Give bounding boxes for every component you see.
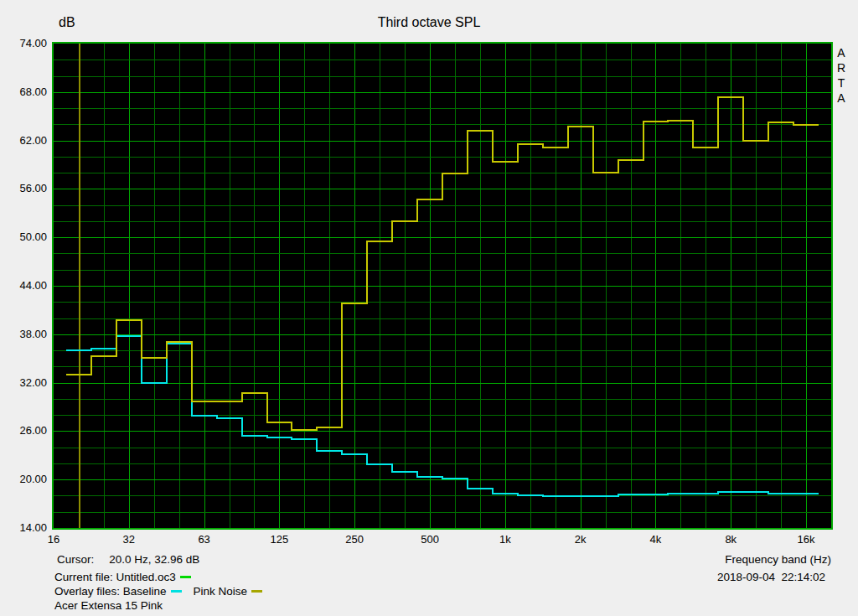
arta-window: dB Third octave SPL A R T A 74.0068.0062… (0, 0, 858, 616)
arta-brand-label: A R T A (833, 45, 850, 106)
x-axis-title: Frequency band (Hz) (580, 553, 831, 566)
y-tick-label: 62.00 (0, 134, 47, 148)
overlay-pinknoise-label: Pink Noise (194, 585, 248, 598)
pink-noise-legend-swatch (251, 590, 262, 593)
x-tick-label: 2k (564, 533, 597, 546)
y-tick-label: 38.00 (0, 328, 47, 341)
current-file-label: Current file: (54, 571, 113, 583)
overlay-files-label: Overlay files: (54, 585, 120, 598)
cursor-label: Cursor: (57, 553, 94, 566)
baseline-legend-swatch (171, 590, 182, 593)
x-tick-label: 16 (37, 533, 70, 546)
x-tick-label: 4k (638, 533, 672, 546)
chart-title: Third octave SPL (0, 15, 858, 30)
x-tick-label: 8k (714, 533, 747, 546)
y-tick-label: 74.00 (0, 37, 47, 50)
current-file-value: Untitled.oc3 (116, 571, 176, 583)
device-note: Acer Extensa 15 Pink (54, 599, 163, 612)
overlay-files-row: Overlay files: BaselinePink Noise (54, 585, 262, 598)
y-tick-label: 68.00 (0, 85, 47, 99)
y-tick-label: 26.00 (0, 424, 47, 437)
y-tick-label: 56.00 (0, 182, 47, 195)
third-octave-chart[interactable] (54, 44, 831, 528)
current-file-legend-swatch (180, 576, 191, 578)
y-tick-label: 50.00 (0, 230, 47, 244)
x-tick-label: 125 (262, 533, 296, 546)
timestamp: 2018-09-04 22:14:02 (574, 571, 825, 583)
x-tick-label: 16k (789, 533, 823, 546)
y-tick-label: 44.00 (0, 279, 47, 292)
cursor-readout: Cursor:20.0 Hz, 32.96 dB (57, 553, 199, 566)
x-tick-label: 63 (188, 533, 221, 546)
x-tick-label: 500 (413, 533, 447, 546)
current-file-row: Current file: Untitled.oc3 (54, 571, 191, 583)
y-tick-label: 32.00 (0, 376, 47, 390)
x-tick-label: 32 (112, 533, 146, 546)
plot-area[interactable] (54, 44, 831, 528)
x-tick-label: 1k (488, 533, 522, 546)
overlay-baseline-label: Baseline (123, 585, 167, 598)
y-tick-label: 20.00 (0, 473, 47, 486)
x-tick-label: 250 (338, 533, 371, 546)
cursor-value: 20.0 Hz, 32.96 dB (109, 553, 199, 566)
